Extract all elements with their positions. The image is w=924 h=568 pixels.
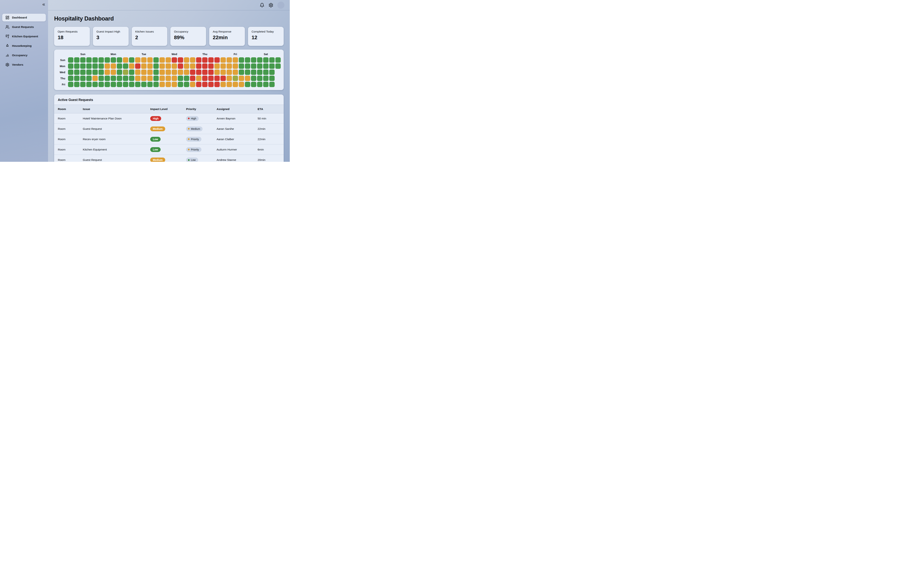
issue-cell: Guest Request [83, 158, 150, 162]
stat-label: Avg Response [213, 30, 241, 33]
heatmap-cell [105, 69, 110, 75]
heatmap-cell [154, 82, 159, 87]
heatmap-cell [74, 82, 80, 87]
heatmap-row: Fri [57, 82, 281, 87]
heatmap-cell [166, 82, 171, 87]
heatmap-cell [105, 82, 110, 87]
heatmap-row-label: Wed [57, 71, 67, 74]
priority-label: Priority [191, 138, 199, 141]
sidebar-collapse-button[interactable]: « [42, 2, 45, 7]
heatmap-grid: SunMonWedThuFri [57, 57, 281, 87]
heatmap-cell [184, 82, 189, 87]
impact-badge: High [150, 116, 161, 121]
heatmap-cell [129, 69, 134, 75]
heatmap-cell [154, 76, 159, 81]
heatmap-col-label: Sat [251, 53, 281, 56]
heatmap-cell [166, 76, 171, 81]
priority-cell: Priority [186, 137, 217, 142]
heatmap-cell [172, 63, 177, 69]
sidebar-nav: DashboardGuest RequestsKitchen Equipment… [0, 14, 48, 70]
column-header: Issue [83, 107, 150, 111]
heatmap-row-label: Mon [57, 65, 67, 68]
heatmap-cell [190, 76, 195, 81]
heatmap-cell [74, 76, 80, 81]
heatmap-cell [226, 57, 232, 63]
heatmap-cell [190, 82, 195, 87]
sidebar-item-vendors[interactable]: Vendors [2, 61, 46, 69]
heatmap-cell [184, 69, 189, 75]
heatmap-cell [147, 57, 153, 63]
heatmap-cell [202, 57, 208, 63]
impact-cell: Medium [150, 127, 186, 131]
heatmap-cell [269, 76, 274, 81]
impact-cell: High [150, 116, 186, 121]
issue-cell: Kitchen Equipment [83, 148, 150, 151]
sidebar-item-dashboard[interactable]: Dashboard [2, 14, 46, 21]
heatmap-cell [129, 76, 134, 81]
heatmap-cell [98, 82, 104, 87]
heatmap-cell [86, 82, 92, 87]
heatmap-cell [92, 69, 98, 75]
heatmap-cell [239, 69, 244, 75]
heatmap-cell [141, 57, 146, 63]
heatmap-cell [123, 69, 128, 75]
heatmap-cell [80, 63, 86, 69]
priority-dot [188, 128, 190, 130]
heatmap-cell [226, 69, 232, 75]
impact-badge: Medium [150, 127, 165, 131]
column-header: ETA [258, 107, 280, 111]
broom-icon [5, 44, 9, 48]
heatmap-cell [208, 63, 214, 69]
heatmap-cell [269, 69, 274, 75]
priority-cell: Low [186, 157, 217, 162]
heatmap-cell [257, 76, 262, 81]
room-cell: Room [58, 137, 83, 141]
heatmap-row-label: Thu [57, 77, 67, 80]
assigned-cell: Annen Baynon [217, 117, 258, 120]
heatmap-cell [154, 69, 159, 75]
heatmap-cell [196, 82, 201, 87]
heatmap-cell [160, 82, 165, 87]
stat-value: 12 [252, 35, 280, 41]
stat-value: 3 [96, 35, 125, 41]
heatmap-cell [202, 69, 208, 75]
avatar[interactable] [277, 2, 284, 9]
heatmap-cell [92, 82, 98, 87]
assigned-cell: Andrew Stanne [217, 158, 258, 162]
heatmap-cell [129, 63, 134, 69]
heatmap-cell [135, 76, 140, 81]
sidebar-item-kitchen-equipment[interactable]: Kitchen Equipment [2, 33, 46, 40]
heatmap-cell [172, 76, 177, 81]
heatmap-cell [245, 82, 250, 87]
sidebar-item-occupancy[interactable]: Occupancy [2, 51, 46, 59]
sidebar-item-guest-requests[interactable]: Guest Requests [2, 23, 46, 31]
guest-requests-card: Active Guest Requests RoomIssueImpact Le… [54, 95, 284, 162]
heatmap-cell [141, 63, 146, 69]
heatmap-cell [68, 69, 73, 75]
heatmap-cell [239, 76, 244, 81]
main-area: Hospitality Dashboard Open Requests18Gue… [48, 0, 290, 162]
heatmap-cell [117, 63, 122, 69]
bell-icon[interactable] [260, 3, 264, 8]
sidebar: « DashboardGuest RequestsKitchen Equipme… [0, 0, 48, 162]
heatmap-col-label: Fri [220, 53, 250, 56]
sidebar-item-housekeeping[interactable]: Housekeeping [2, 42, 46, 50]
heatmap-row-label: Sun [57, 59, 67, 62]
heatmap-cell [117, 69, 122, 75]
heatmap-cell [105, 76, 110, 81]
heatmap-cell [147, 82, 153, 87]
heatmap-cell [220, 57, 226, 63]
heatmap-cell [196, 63, 201, 69]
gear-icon[interactable] [268, 3, 273, 8]
heatmap-cell [86, 69, 92, 75]
heatmap-cell [226, 76, 232, 81]
priority-badge: Priority [186, 137, 201, 142]
heatmap-cell [147, 63, 153, 69]
heatmap-cell [220, 82, 226, 87]
heatmap-cell [178, 69, 183, 75]
heatmap-cell [105, 57, 110, 63]
sidebar-item-label: Vendors [12, 63, 23, 66]
heatmap-cell [86, 57, 92, 63]
heatmap-cell [245, 76, 250, 81]
sidebar-item-label: Housekeeping [12, 44, 32, 47]
